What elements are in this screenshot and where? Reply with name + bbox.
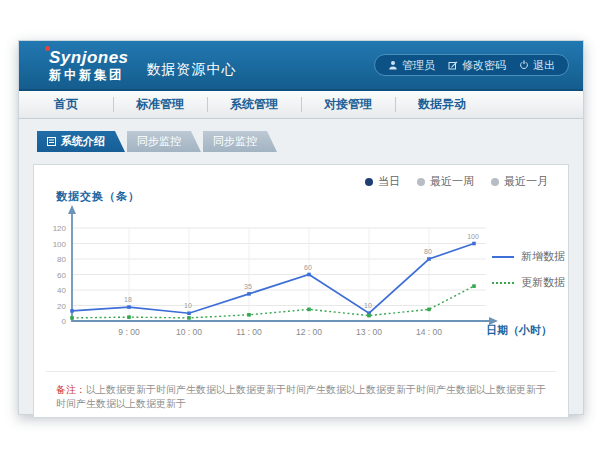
tab-system-intro[interactable]: 系统介绍 <box>37 131 125 152</box>
nav-item-system-mgmt[interactable]: 系统管理 <box>207 91 301 118</box>
svg-text:120: 120 <box>53 224 67 233</box>
x-axis-title: 日期（小时） <box>486 323 552 338</box>
filter-label: 当日 <box>378 174 400 189</box>
svg-text:18: 18 <box>124 296 132 303</box>
page-title: 数据资源中心 <box>147 61 237 79</box>
svg-text:12 : 00: 12 : 00 <box>296 327 322 337</box>
footnote: 备注：以上数据更新于时间产生数据以上数据更新于时间产生数据以上数据更新于时间产生… <box>46 371 556 411</box>
legend-line-solid-icon <box>492 256 514 258</box>
svg-text:35: 35 <box>244 283 252 290</box>
change-password-label: 修改密码 <box>462 58 506 73</box>
filter-label: 最近一月 <box>504 174 548 189</box>
radio-icon <box>417 178 425 186</box>
chart-panel: 当日 最近一周 最近一月 数据交换（条） 0204060801001209 : … <box>33 164 569 418</box>
period-filter-group: 当日 最近一周 最近一月 <box>365 174 548 189</box>
svg-text:80: 80 <box>57 255 66 264</box>
content-area: 系统介绍 同步监控 同步监控 当日 最 <box>19 131 583 427</box>
chart-area: 0204060801001209 : 0010 : 0011 : 0012 : … <box>34 203 574 365</box>
tab-label: 同步监控 <box>137 131 181 152</box>
legend-line-dotted-icon <box>492 282 514 284</box>
tab-label: 同步监控 <box>213 131 257 152</box>
user-menu[interactable]: 管理员 <box>388 58 435 73</box>
user-label: 管理员 <box>402 58 435 73</box>
svg-text:20: 20 <box>57 302 66 311</box>
svg-text:80: 80 <box>424 248 432 255</box>
logo-secondary: 新中新集团 <box>49 69 129 82</box>
svg-text:10: 10 <box>184 302 192 309</box>
edit-icon <box>448 60 458 70</box>
nav-item-home[interactable]: 首页 <box>19 91 113 118</box>
power-icon <box>519 60 529 70</box>
svg-text:100: 100 <box>467 233 479 240</box>
svg-text:60: 60 <box>57 271 66 280</box>
svg-text:13 : 00: 13 : 00 <box>356 327 382 337</box>
line-chart-svg: 0204060801001209 : 0010 : 0011 : 0012 : … <box>34 203 506 353</box>
svg-text:100: 100 <box>53 240 67 249</box>
tab-sync-monitor-2[interactable]: 同步监控 <box>203 131 277 152</box>
logo: Synjones 新中新集团 <box>49 49 129 82</box>
document-icon <box>47 137 56 146</box>
svg-text:10 : 00: 10 : 00 <box>176 327 202 337</box>
svg-text:14 : 00: 14 : 00 <box>416 327 442 337</box>
app-header: Synjones 新中新集团 数据资源中心 管理员 修改 <box>19 41 583 91</box>
app-window: Synjones 新中新集团 数据资源中心 管理员 修改 <box>18 40 584 415</box>
chart-legend: 新增数据 更新数据 <box>492 249 565 290</box>
logout-button[interactable]: 退出 <box>519 58 555 73</box>
tab-bar: 系统介绍 同步监控 同步监控 <box>37 131 583 152</box>
y-axis-title: 数据交换（条） <box>56 189 140 204</box>
svg-text:60: 60 <box>304 264 312 271</box>
legend-label: 新增数据 <box>521 249 565 264</box>
tab-label: 系统介绍 <box>61 131 105 152</box>
page: Synjones 新中新集团 数据资源中心 管理员 修改 <box>0 0 600 450</box>
svg-text:40: 40 <box>57 286 66 295</box>
svg-text:0: 0 <box>62 317 67 326</box>
legend-item-updated-data: 更新数据 <box>492 275 565 290</box>
logout-label: 退出 <box>533 58 555 73</box>
filter-last-week[interactable]: 最近一周 <box>417 174 474 189</box>
change-password-button[interactable]: 修改密码 <box>448 58 506 73</box>
legend-item-new-data: 新增数据 <box>492 249 565 264</box>
svg-text:9 : 00: 9 : 00 <box>118 327 140 337</box>
user-icon <box>388 60 398 70</box>
filter-last-month[interactable]: 最近一月 <box>491 174 548 189</box>
nav-item-interface-mgmt[interactable]: 对接管理 <box>301 91 395 118</box>
radio-selected-icon <box>365 178 373 186</box>
nav-item-data-change[interactable]: 数据异动 <box>395 91 489 118</box>
legend-label: 更新数据 <box>521 275 565 290</box>
svg-text:10: 10 <box>364 302 372 309</box>
svg-text:11 : 00: 11 : 00 <box>236 327 262 337</box>
radio-icon <box>491 178 499 186</box>
footnote-text: 以上数据更新于时间产生数据以上数据更新于时间产生数据以上数据更新于时间产生数据以… <box>56 384 546 409</box>
user-toolbar: 管理员 修改密码 退出 <box>374 54 569 76</box>
logo-primary: Synjones <box>49 49 129 66</box>
filter-label: 最近一周 <box>430 174 474 189</box>
main-nav: 首页 标准管理 系统管理 对接管理 数据异动 <box>19 91 583 119</box>
nav-item-standard-mgmt[interactable]: 标准管理 <box>113 91 207 118</box>
tab-sync-monitor-1[interactable]: 同步监控 <box>127 131 201 152</box>
footnote-prefix: 备注： <box>56 384 86 395</box>
filter-today[interactable]: 当日 <box>365 174 400 189</box>
logo-spark-icon <box>45 46 50 51</box>
